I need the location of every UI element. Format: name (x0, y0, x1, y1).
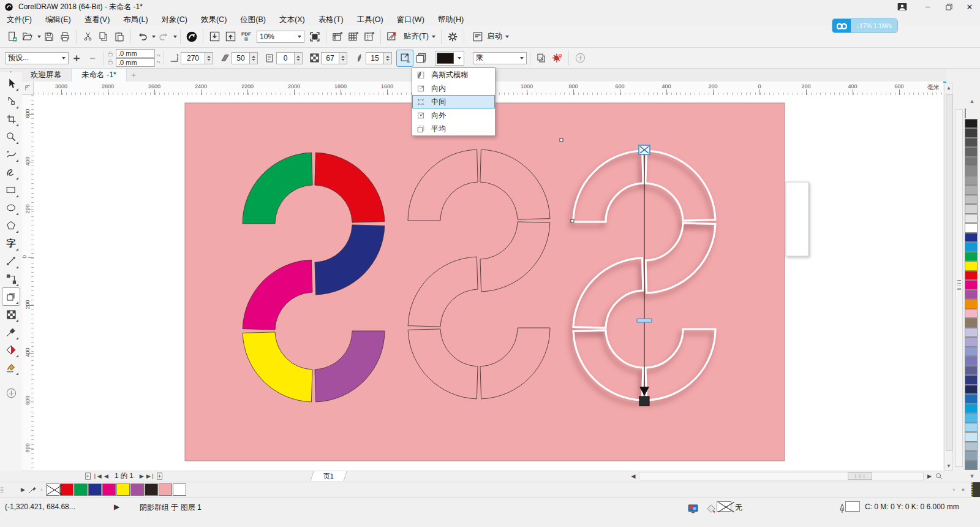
menu-item-11[interactable]: 窗口(W) (390, 13, 431, 26)
polygon-tool[interactable] (2, 217, 20, 234)
new-document-button[interactable] (4, 29, 20, 45)
color-swatch[interactable] (965, 404, 978, 414)
shape-tool[interactable] (2, 93, 20, 110)
show-rulers-button[interactable] (330, 29, 345, 45)
menu-item-5[interactable]: 对象(C) (155, 13, 194, 26)
export-button[interactable] (222, 29, 238, 45)
shadow-angle-field-spinner[interactable] (205, 52, 213, 64)
restore-button[interactable] (938, 0, 959, 13)
drop-shadow-tool[interactable] (2, 288, 20, 305)
menu-item-12[interactable]: 帮助(H) (431, 13, 470, 26)
color-swatch[interactable] (965, 252, 978, 262)
horizontal-scroll-thumb[interactable]: ❘❘❘ (848, 472, 872, 480)
shadow-opacity-field-spinner[interactable] (339, 52, 347, 64)
color-swatch[interactable] (965, 157, 978, 167)
close-button[interactable]: ✕ (959, 0, 980, 13)
color-swatch[interactable] (965, 375, 978, 385)
doc-color-swatch[interactable] (74, 483, 88, 496)
scroll-left-icon[interactable]: ◀ (628, 472, 638, 480)
menu-item-1[interactable]: 文件(F) (0, 13, 39, 26)
palette-scrollbar[interactable] (955, 109, 963, 467)
doc-palette-scroll-right-icon[interactable]: › (949, 485, 959, 494)
document-palette-flyout-icon[interactable]: ▶ (18, 485, 28, 494)
offset-x-field[interactable]: .0 mm (116, 49, 155, 58)
menu-item-10[interactable]: 工具(O) (350, 13, 390, 26)
no-color-swatch[interactable] (965, 108, 966, 118)
doc-palette-scroll-left-icon[interactable]: ‹ (37, 485, 46, 494)
color-swatch[interactable] (965, 366, 978, 376)
print-button[interactable] (57, 29, 73, 45)
doc-color-swatch[interactable] (130, 483, 144, 496)
doc-palette-scroll-end-icon[interactable]: » (959, 485, 968, 494)
shadow-stretch-field[interactable]: 50 (232, 52, 250, 64)
palette-corner-handle[interactable] (971, 482, 980, 497)
color-swatch[interactable] (965, 356, 978, 366)
shadow-opacity-slider[interactable] (637, 319, 652, 322)
feather-edges-button[interactable] (413, 50, 429, 66)
color-swatch[interactable] (965, 337, 978, 347)
shadow-angle-field[interactable]: 270 (181, 52, 205, 64)
account-icon[interactable] (895, 1, 909, 12)
crop-tool[interactable] (2, 110, 20, 127)
undo-button[interactable] (134, 29, 150, 45)
ellipse-tool[interactable] (2, 199, 20, 216)
menu-item-2[interactable]: 编辑(E) (39, 13, 78, 26)
menu-item-8[interactable]: 文本(X) (273, 13, 312, 26)
color-swatch[interactable] (965, 271, 978, 281)
palette-grip[interactable] (957, 280, 961, 290)
color-swatch[interactable] (965, 432, 978, 442)
color-swatch[interactable] (965, 261, 978, 271)
menu-item-7[interactable]: 位图(B) (233, 13, 273, 26)
color-swatch[interactable] (965, 442, 978, 452)
color-swatch[interactable] (965, 451, 978, 461)
shadow-stretch-field-spinner[interactable] (250, 52, 258, 64)
drawing-canvas[interactable] (34, 95, 943, 471)
clear-shadow-button[interactable] (549, 50, 565, 66)
add-page-end-button[interactable] (156, 472, 165, 480)
color-swatch[interactable] (965, 185, 978, 195)
color-swatch[interactable] (965, 290, 978, 300)
color-swatch[interactable] (965, 423, 978, 433)
transparency-tool[interactable] (2, 306, 20, 323)
tab-document[interactable]: 未命名 -1* (72, 69, 127, 82)
minimize-button[interactable]: ─ (918, 0, 938, 13)
vertical-scrollbar[interactable]: ▲ ▼ (944, 83, 953, 471)
menu-item-9[interactable]: 表格(T) (312, 13, 350, 26)
navigator-icon[interactable] (934, 472, 943, 480)
menu-item-feather-middle[interactable]: 中间 (412, 95, 495, 108)
dimension-tool[interactable] (2, 252, 20, 270)
ruler-origin-corner[interactable] (22, 82, 34, 95)
snap-disable-button[interactable] (384, 29, 400, 45)
color-swatch[interactable] (965, 195, 978, 205)
open-document-button[interactable] (20, 29, 36, 45)
shadow-feather-field-spinner[interactable] (384, 52, 392, 64)
copy-button[interactable] (96, 29, 111, 45)
show-grid-button[interactable] (345, 29, 361, 45)
scroll-right-icon[interactable]: ▶ (925, 472, 934, 480)
zoom-level-select[interactable]: 10% (257, 31, 304, 43)
cloud-download-badge[interactable]: ↓17% 1.1M/s (832, 18, 898, 33)
color-swatch[interactable] (965, 233, 978, 243)
coords-expand-icon[interactable]: ▶ (114, 502, 119, 511)
show-guidelines-button[interactable] (361, 29, 377, 45)
freehand-tool[interactable] (2, 146, 20, 163)
add-preset-button[interactable]: ＋ (69, 50, 85, 66)
previous-page-button[interactable]: ◀ (102, 472, 111, 480)
palette-scroll-up-icon[interactable]: ▲ (966, 97, 978, 105)
color-proof-icon[interactable] (685, 501, 701, 517)
first-page-button[interactable]: ❘◀ (92, 472, 102, 480)
color-swatch[interactable] (965, 328, 978, 338)
color-swatch[interactable] (965, 176, 978, 186)
menu-item-feather-average[interactable]: 平均 (412, 122, 495, 135)
launch-button[interactable]: 启动 (467, 29, 511, 45)
preset-select[interactable]: 预设... (5, 52, 69, 64)
color-swatch[interactable] (965, 394, 978, 404)
color-swatch[interactable] (965, 119, 978, 129)
shadow-color-picker[interactable] (435, 51, 464, 66)
color-swatch[interactable] (965, 318, 978, 328)
feather-direction-button[interactable] (397, 50, 413, 66)
palette-scroll-down-icon[interactable]: ▼ (966, 472, 978, 480)
menu-item-gaussian-blur[interactable]: 高斯式模糊 (412, 68, 495, 82)
color-swatch[interactable] (965, 309, 978, 319)
text-tool[interactable]: 字 (2, 235, 20, 252)
